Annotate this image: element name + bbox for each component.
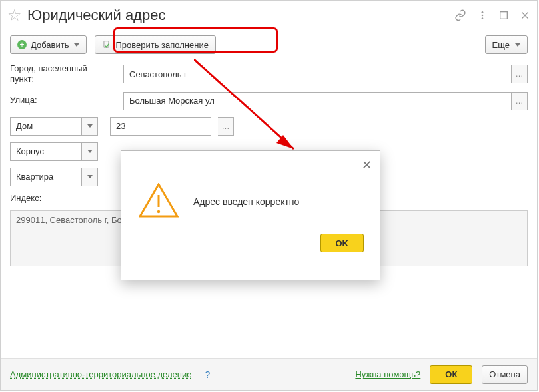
titlebar: ☆ Юридический адрес	[1, 1, 537, 30]
plus-icon: +	[17, 40, 27, 49]
help-icon[interactable]: ?	[205, 369, 210, 380]
city-lookup-button[interactable]: …	[512, 65, 528, 83]
need-help-link[interactable]: Нужна помощь?	[355, 369, 420, 379]
document-check-icon	[102, 40, 111, 49]
dialog-message: Адрес введен корректно	[193, 196, 299, 207]
check-fill-button[interactable]: Проверить заполнение	[95, 35, 215, 54]
street-input[interactable]	[123, 92, 512, 110]
chevron-down-icon	[515, 43, 520, 47]
toolbar: + Добавить Проверить заполнение Еще	[1, 30, 537, 59]
titlebar-actions	[454, 9, 530, 21]
house-lookup-button[interactable]: …	[218, 117, 234, 136]
svg-point-1	[482, 15, 484, 17]
address-window: ☆ Юридический адрес + Добавить Проверить…	[0, 0, 538, 391]
maximize-icon[interactable]	[498, 10, 509, 21]
more-button[interactable]: Еще	[485, 35, 528, 54]
chevron-down-icon	[87, 175, 93, 178]
chevron-down-icon	[74, 43, 79, 47]
link-icon[interactable]	[454, 9, 466, 21]
street-label: Улица:	[10, 95, 117, 106]
chevron-down-icon	[87, 124, 93, 128]
add-button[interactable]: + Добавить	[10, 35, 87, 54]
street-lookup-button[interactable]: …	[512, 92, 528, 110]
index-label: Индекс:	[10, 193, 41, 204]
add-button-label: Добавить	[31, 40, 69, 50]
house-type-dropdown-button[interactable]	[82, 117, 98, 136]
svg-point-2	[482, 17, 484, 19]
dialog-ok-button[interactable]: OK	[320, 234, 364, 252]
dialog-body: Адрес введен корректно	[121, 151, 380, 234]
svg-point-9	[157, 210, 160, 213]
favorite-star-icon[interactable]: ☆	[7, 7, 22, 23]
svg-rect-3	[500, 12, 508, 19]
ok-button[interactable]: ОК	[430, 365, 472, 384]
corpus-type-select[interactable]	[10, 142, 82, 161]
house-input[interactable]	[110, 117, 211, 136]
cancel-button[interactable]: Отмена	[482, 365, 528, 384]
footer: Административно-территориальное деление …	[1, 358, 537, 390]
kebab-menu-icon[interactable]	[477, 10, 488, 21]
flat-type-select[interactable]	[10, 168, 82, 186]
more-button-label: Еще	[492, 40, 510, 50]
corpus-type-dropdown-button[interactable]	[82, 142, 98, 161]
house-type-select[interactable]	[10, 117, 82, 136]
city-label: Город, населенный пункт:	[10, 63, 117, 85]
warning-icon	[139, 183, 179, 220]
city-input[interactable]	[123, 65, 512, 83]
admin-division-link[interactable]: Административно-территориальное деление	[10, 369, 191, 379]
check-fill-label: Проверить заполнение	[115, 40, 208, 50]
close-icon[interactable]	[520, 10, 530, 21]
page-title: Юридический адрес	[27, 7, 454, 24]
svg-point-0	[482, 11, 484, 13]
chevron-down-icon	[87, 150, 93, 153]
flat-type-dropdown-button[interactable]	[82, 168, 98, 186]
dialog-close-button[interactable]: ✕	[362, 159, 372, 171]
validation-dialog: ✕ Адрес введен корректно OK	[121, 150, 380, 280]
